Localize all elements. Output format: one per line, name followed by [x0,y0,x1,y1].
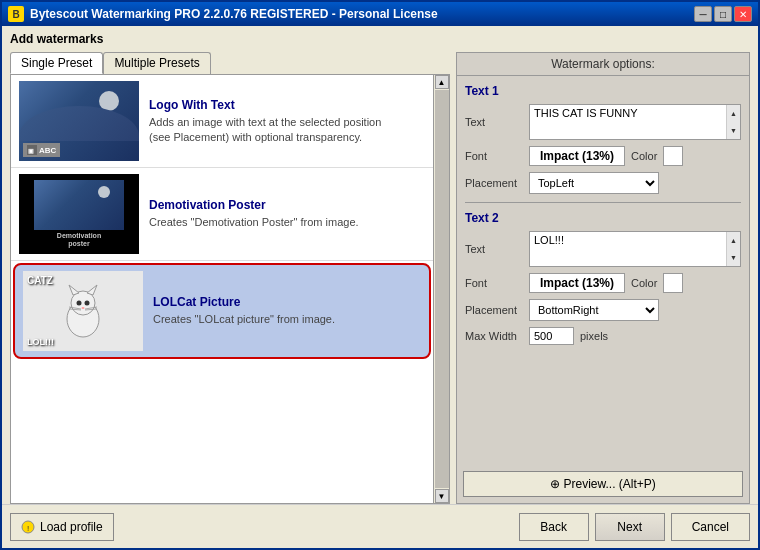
demotivation-inner [34,180,124,230]
section-divider [465,202,741,203]
text2-scroll-down[interactable]: ▼ [727,249,740,266]
load-icon: ! [21,520,35,534]
back-button[interactable]: Back [519,513,589,541]
thumb-logo-image: ▣ ABC [19,81,139,161]
text1-scroll-down[interactable]: ▼ [727,122,740,139]
catz-label: CATZ [27,275,53,286]
text2-text-row: Text LOL!!! ▲ ▼ [465,231,741,267]
load-profile-button[interactable]: ! Load profile [10,513,114,541]
preset-desc-lolcat: Creates "LOLcat picture" from image. [153,312,421,326]
tab-bar: Single Preset Multiple Presets [10,52,450,74]
preset-thumb-logo: ▣ ABC [19,81,139,161]
text1-placement-select[interactable]: TopLeft TopCenter TopRight BottomLeft Bo… [529,172,659,194]
lol-label: LOL!!! [27,337,54,347]
svg-text:▣: ▣ [28,148,34,154]
preset-thumb-demotivation: Demotivationposter [19,174,139,254]
close-button[interactable]: ✕ [734,6,752,22]
thumb-demotivation-image: Demotivationposter [19,174,139,254]
text1-font-row: Font Impact (13%) Color [465,146,741,166]
text1-scroll-up[interactable]: ▲ [727,105,740,122]
preset-title-logo: Logo With Text [149,98,425,112]
title-bar-left: B Bytescout Watermarking PRO 2.2.0.76 RE… [8,6,438,22]
main-panel: Single Preset Multiple Presets [10,52,750,504]
left-panel: Single Preset Multiple Presets [10,52,450,504]
app-icon: B [8,6,24,22]
content-area: Add watermarks Single Preset Multiple Pr… [2,26,758,504]
next-button[interactable]: Next [595,513,665,541]
max-width-row: Max Width pixels [465,327,741,345]
load-profile-label: Load profile [40,520,103,534]
demotivation-text: Demotivationposter [57,232,101,249]
preset-list-scrollbar[interactable]: ▲ ▼ [433,75,449,503]
svg-point-7 [85,301,90,306]
text2-placement-label: Placement [465,304,523,316]
svg-marker-4 [69,285,79,295]
text1-color-label: Color [631,150,657,162]
preset-title-lolcat: LOLCat Picture [153,295,421,309]
max-width-unit: pixels [580,330,608,342]
right-panel: Watermark options: Text 1 Text THIS CAT … [456,52,750,504]
minimize-button[interactable]: ─ [694,6,712,22]
preset-info-demotivation: Demotivation Poster Creates "Demotivatio… [149,198,425,229]
text1-text-arrows: ▲ ▼ [726,105,740,139]
text1-text-label: Text [465,116,523,128]
watermark-options-panel: Watermark options: Text 1 Text THIS CAT … [456,52,750,504]
watermark-options-body: Text 1 Text THIS CAT IS FUNNY ▲ ▼ [457,76,749,465]
cat-image: CATZ [23,271,143,351]
bottom-bar: ! Load profile Back Next Cancel [2,504,758,548]
preset-info-logo: Logo With Text Adds an image with text a… [149,98,425,144]
max-width-label: Max Width [465,330,523,342]
preset-item-logo-with-text[interactable]: ▣ ABC Logo With Text Adds an image with … [11,75,433,168]
thumb-lolcat-image: CATZ [23,271,143,351]
hills-decoration [19,106,139,141]
preset-item-lolcat[interactable]: CATZ [13,263,431,359]
text2-font-button[interactable]: Impact (13%) [529,273,625,293]
cancel-button[interactable]: Cancel [671,513,750,541]
svg-marker-5 [87,285,97,295]
preset-thumb-lolcat: CATZ [23,271,143,351]
text1-color-picker[interactable] [663,146,683,166]
window-controls: ─ □ ✕ [694,6,752,22]
preset-list: ▣ ABC Logo With Text Adds an image with … [11,75,433,503]
title-bar: B Bytescout Watermarking PRO 2.2.0.76 RE… [2,2,758,26]
text2-font-label: Font [465,277,523,289]
svg-text:!: ! [27,524,29,533]
text2-color-label: Color [631,277,657,289]
cat-icon [53,281,113,341]
preset-info-lolcat: LOLCat Picture Creates "LOLcat picture" … [153,295,421,326]
tab-single-preset[interactable]: Single Preset [10,52,103,74]
page-title: Add watermarks [10,32,750,46]
text2-text-arrows: ▲ ▼ [726,232,740,266]
text2-font-row: Font Impact (13%) Color [465,273,741,293]
text2-scroll-up[interactable]: ▲ [727,232,740,249]
text1-text-input[interactable]: THIS CAT IS FUNNY [530,105,726,137]
text2-text-input[interactable]: LOL!!! [530,232,726,264]
maximize-button[interactable]: □ [714,6,732,22]
preset-item-demotivation[interactable]: Demotivationposter Demotivation Poster C… [11,168,433,261]
text2-text-input-container: LOL!!! ▲ ▼ [529,231,741,267]
text1-font-button[interactable]: Impact (13%) [529,146,625,166]
preset-desc-demotivation: Creates "Demotivation Poster" from image… [149,215,425,229]
text1-placement-label: Placement [465,177,523,189]
tab-multiple-presets[interactable]: Multiple Presets [103,52,210,74]
svg-point-6 [77,301,82,306]
text1-text-row: Text THIS CAT IS FUNNY ▲ ▼ [465,104,741,140]
preset-title-demotivation: Demotivation Poster [149,198,425,212]
text2-color-picker[interactable] [663,273,683,293]
main-window: B Bytescout Watermarking PRO 2.2.0.76 RE… [0,0,760,550]
nav-buttons: Back Next Cancel [519,513,750,541]
text2-placement-select[interactable]: TopLeft TopCenter TopRight BottomLeft Bo… [529,299,659,321]
svg-point-8 [82,307,85,309]
scroll-thumb[interactable] [435,90,449,488]
max-width-input[interactable] [529,327,574,345]
preview-button[interactable]: ⊕ Preview... (Alt+P) [463,471,743,497]
preset-desc-logo: Adds an image with text at the selected … [149,115,425,144]
moon2-decoration [98,186,110,198]
scroll-down-arrow[interactable]: ▼ [435,489,449,503]
text1-font-label: Font [465,150,523,162]
scroll-up-arrow[interactable]: ▲ [435,75,449,89]
text2-text-label: Text [465,243,523,255]
text1-section-title: Text 1 [465,84,741,98]
watermark-options-header: Watermark options: [457,53,749,76]
text1-text-input-container: THIS CAT IS FUNNY ▲ ▼ [529,104,741,140]
